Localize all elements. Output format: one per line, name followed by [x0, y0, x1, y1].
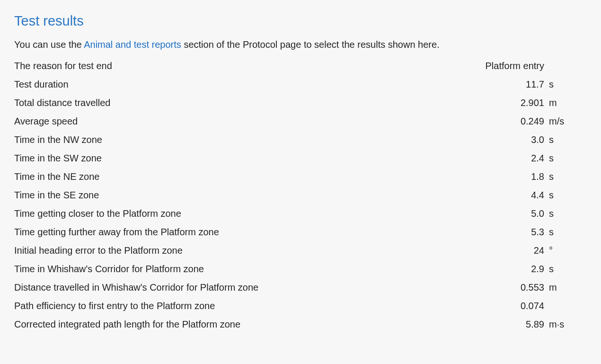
row-unit: m	[549, 98, 573, 108]
row-value: 0.553	[473, 282, 549, 293]
intro-text-after: section of the Protocol page to select t…	[181, 39, 440, 50]
row-label: Time in the NE zone	[14, 171, 473, 182]
table-row: Time in the SE zone 4.4 s	[14, 186, 573, 204]
row-value: 5.3	[473, 227, 549, 238]
row-unit: °	[549, 245, 573, 256]
row-unit: s	[549, 79, 573, 90]
table-row: Time in the NW zone 3.0 s	[14, 131, 573, 149]
table-row: Corrected integrated path length for the…	[14, 315, 573, 334]
row-label: Time in the SW zone	[14, 153, 473, 164]
animal-test-reports-link[interactable]: Animal and test reports	[84, 39, 181, 50]
row-label: Distance travelled in Whishaw's Corridor…	[14, 282, 473, 293]
row-value: 24	[473, 245, 549, 256]
row-label: Corrected integrated path length for the…	[14, 319, 473, 330]
row-value: 5.0	[473, 208, 549, 219]
row-label: Initial heading error to the Platform zo…	[14, 245, 473, 256]
table-row: Test duration 11.7 s	[14, 75, 573, 94]
row-value: 4.4	[473, 190, 549, 201]
table-row: Distance travelled in Whishaw's Corridor…	[14, 278, 573, 297]
row-label: Time getting closer to the Platform zone	[14, 208, 473, 219]
row-unit: s	[549, 264, 573, 275]
table-row: Time getting closer to the Platform zone…	[14, 204, 573, 223]
row-unit: s	[549, 227, 573, 238]
table-row: Initial heading error to the Platform zo…	[14, 241, 573, 260]
section-title: Test results	[14, 13, 587, 29]
row-value: 2.9	[473, 264, 549, 275]
row-unit: m/s	[549, 116, 573, 127]
row-label: Time in the NW zone	[14, 134, 473, 145]
row-value: Platform entry	[473, 61, 549, 71]
row-label: Time in the SE zone	[14, 190, 473, 201]
table-row: Time in Whishaw's Corridor for Platform …	[14, 260, 573, 278]
row-label: Path efficiency to first entry to the Pl…	[14, 301, 473, 311]
table-row: Average speed 0.249 m/s	[14, 112, 573, 131]
table-row: The reason for test end Platform entry	[14, 57, 573, 75]
row-unit: m·s	[549, 319, 573, 330]
row-unit: s	[549, 171, 573, 182]
row-unit: s	[549, 190, 573, 201]
intro-text-before: You can use the	[14, 39, 84, 50]
row-value: 1.8	[473, 171, 549, 182]
table-row: Time getting further away from the Platf…	[14, 223, 573, 241]
row-label: Time getting further away from the Platf…	[14, 227, 473, 238]
row-unit: s	[549, 134, 573, 145]
row-label: Average speed	[14, 116, 473, 127]
intro-paragraph: You can use the Animal and test reports …	[14, 39, 587, 50]
table-row: Time in the NE zone 1.8 s	[14, 168, 573, 186]
row-label: Test duration	[14, 79, 473, 90]
table-row: Total distance travelled 2.901 m	[14, 94, 573, 112]
table-row: Path efficiency to first entry to the Pl…	[14, 297, 573, 315]
row-value: 0.074	[473, 301, 549, 311]
row-value: 2.901	[473, 98, 549, 108]
row-label: Total distance travelled	[14, 98, 473, 108]
row-value: 3.0	[473, 134, 549, 145]
row-value: 5.89	[473, 319, 549, 330]
row-label: The reason for test end	[14, 61, 473, 71]
row-value: 11.7	[473, 79, 549, 90]
table-row: Time in the SW zone 2.4 s	[14, 149, 573, 168]
row-value: 0.249	[473, 116, 549, 127]
row-value: 2.4	[473, 153, 549, 164]
row-unit: s	[549, 208, 573, 219]
row-unit: s	[549, 153, 573, 164]
results-table: The reason for test end Platform entry T…	[14, 57, 573, 334]
row-label: Time in Whishaw's Corridor for Platform …	[14, 264, 473, 275]
row-unit: m	[549, 282, 573, 293]
